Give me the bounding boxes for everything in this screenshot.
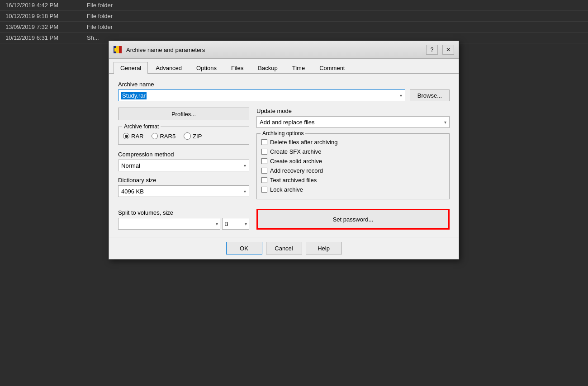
split-unit-value: B: [224, 221, 228, 227]
archiving-options-legend: Archiving options: [261, 130, 305, 137]
dictionary-size-label: Dictionary size: [118, 177, 249, 184]
tab-general[interactable]: General: [114, 62, 148, 74]
archive-format-legend: Archive format: [122, 123, 161, 130]
compression-method-dropdown[interactable]: Normal ▾: [118, 160, 249, 171]
archive-name-dropdown-arrow[interactable]: ▾: [400, 93, 402, 98]
checkbox-test-archived-box: [261, 177, 267, 183]
dictionary-size-dropdown[interactable]: 4096 KB ▾: [118, 185, 249, 197]
tab-bar: General Advanced Options Files Backup Ti…: [109, 59, 459, 74]
bg-row-2: 10/12/2019 9:18 PM File folder: [0, 11, 588, 22]
title-bar: Archive name and parameters ? ✕: [109, 41, 459, 59]
help-button[interactable]: ?: [426, 45, 438, 55]
cancel-button[interactable]: Cancel: [266, 242, 302, 254]
svg-rect-3: [114, 48, 116, 52]
tab-backup[interactable]: Backup: [251, 62, 284, 74]
tab-advanced[interactable]: Advanced: [149, 62, 189, 74]
split-input-arrow: ▾: [216, 221, 218, 226]
tab-comment[interactable]: Comment: [313, 62, 351, 74]
right-column: Update mode Add and replace files ▾ Arch…: [256, 108, 450, 202]
split-unit-arrow: ▾: [245, 221, 247, 226]
close-button[interactable]: ✕: [442, 45, 454, 55]
set-password-button[interactable]: Set password...: [256, 209, 450, 230]
bg-date-2: 10/12/2019 9:18 PM: [5, 13, 78, 19]
bg-type-3: File folder: [87, 24, 141, 30]
svg-rect-1: [116, 46, 119, 53]
checkbox-lock-archive[interactable]: Lock archive: [261, 185, 445, 194]
dialog-body: Archive name Study.rar ▾ Browse... Profi…: [109, 74, 459, 237]
dictionary-size-arrow: ▾: [244, 189, 246, 194]
checkbox-solid-archive[interactable]: Create solid archive: [261, 156, 445, 166]
archive-name-section: Archive name Study.rar ▾ Browse...: [118, 81, 450, 101]
split-unit-dropdown[interactable]: B ▾: [222, 218, 249, 230]
archive-name-row: Study.rar ▾ Browse...: [118, 89, 450, 101]
ok-button[interactable]: OK: [226, 242, 262, 254]
bottom-row: Split to volumes, size ▾ B ▾ Set passwor…: [118, 209, 450, 230]
split-label: Split to volumes, size: [118, 209, 249, 216]
archive-format-group: Archive format RAR RAR5 ZIP: [118, 127, 249, 145]
radio-rar5[interactable]: RAR5: [152, 133, 175, 140]
bg-row-3: 13/09/2019 7:32 PM File folder: [0, 22, 588, 33]
update-mode-value: Add and replace files: [260, 119, 314, 126]
dictionary-size-section: Dictionary size 4096 KB ▾: [118, 177, 249, 197]
checkbox-recovery-record-label: Add recovery record: [270, 167, 323, 174]
svg-rect-2: [119, 46, 122, 53]
checkbox-create-sfx-label: Create SFX archive: [270, 148, 321, 155]
checkbox-create-sfx-box: [261, 149, 267, 155]
left-column: Profiles... Archive format RAR RAR5: [118, 108, 249, 202]
compression-method-arrow: ▾: [244, 163, 246, 168]
archiving-options-group: Archiving options Delete files after arc…: [256, 133, 450, 199]
checkbox-recovery-record-box: [261, 168, 267, 174]
radio-rar5-label: RAR5: [160, 133, 175, 140]
update-mode-dropdown[interactable]: Add and replace files ▾: [256, 116, 450, 128]
archive-name-input[interactable]: Study.rar ▾: [118, 89, 405, 101]
update-mode-arrow: ▾: [444, 120, 446, 125]
tab-options[interactable]: Options: [190, 62, 223, 74]
checkbox-delete-files-label: Delete files after archiving: [270, 139, 338, 146]
radio-row: RAR RAR5 ZIP: [123, 132, 244, 140]
dialog: Archive name and parameters ? ✕ General …: [109, 41, 459, 259]
radio-rar-circle: [123, 133, 129, 139]
checkbox-delete-files-box: [261, 139, 267, 145]
bg-type-4: Sh...: [87, 34, 141, 41]
radio-zip[interactable]: ZIP: [184, 132, 202, 140]
bg-type-1: File folder: [87, 2, 141, 9]
checkbox-solid-archive-label: Create solid archive: [270, 158, 322, 165]
checkbox-lock-archive-label: Lock archive: [270, 186, 303, 193]
split-value-input[interactable]: ▾: [118, 218, 220, 230]
dialog-footer: OK Cancel Help: [109, 237, 459, 259]
split-inputs: ▾ B ▾: [118, 218, 249, 230]
bg-row-1: 16/12/2019 4:42 PM File folder: [0, 0, 588, 11]
checkbox-test-archived-label: Test archived files: [270, 177, 317, 184]
radio-zip-circle: [184, 132, 191, 140]
compression-method-label: Compression method: [118, 151, 249, 158]
bg-type-2: File folder: [87, 13, 141, 19]
radio-rar[interactable]: RAR: [123, 133, 143, 140]
tab-files[interactable]: Files: [224, 62, 250, 74]
checkbox-test-archived[interactable]: Test archived files: [261, 175, 445, 185]
archive-name-label: Archive name: [118, 81, 450, 88]
bg-date-4: 10/12/2019 6:31 PM: [5, 34, 78, 41]
compression-method-section: Compression method Normal ▾: [118, 151, 249, 171]
checkbox-delete-files[interactable]: Delete files after archiving: [261, 137, 445, 147]
radio-rar-label: RAR: [131, 133, 143, 140]
update-mode-section: Update mode Add and replace files ▾: [256, 108, 450, 128]
profiles-button[interactable]: Profiles...: [118, 108, 249, 120]
radio-rar5-circle: [152, 133, 158, 139]
help-footer-button[interactable]: Help: [306, 242, 342, 254]
checkbox-create-sfx[interactable]: Create SFX archive: [261, 147, 445, 156]
dictionary-size-value: 4096 KB: [121, 188, 144, 195]
compression-method-value: Normal: [121, 162, 140, 169]
tab-time[interactable]: Time: [285, 62, 312, 74]
checkbox-solid-archive-box: [261, 158, 267, 164]
checkbox-recovery-record[interactable]: Add recovery record: [261, 166, 445, 175]
browse-button[interactable]: Browse...: [410, 89, 450, 101]
update-mode-label: Update mode: [256, 108, 450, 114]
split-section: Split to volumes, size ▾ B ▾: [118, 209, 249, 230]
bg-date-3: 13/09/2019 7:32 PM: [5, 24, 78, 30]
main-two-col: Profiles... Archive format RAR RAR5: [118, 108, 450, 202]
checkbox-lock-archive-box: [261, 187, 267, 193]
app-icon: [114, 46, 123, 53]
archive-name-value: Study.rar: [121, 92, 147, 99]
dialog-title: Archive name and parameters: [126, 47, 422, 53]
radio-zip-label: ZIP: [193, 133, 202, 140]
